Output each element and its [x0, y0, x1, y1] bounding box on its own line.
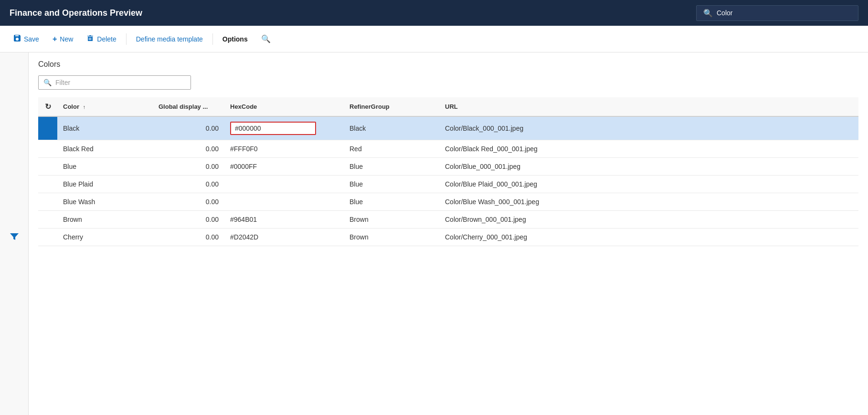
search-icon: 🔍	[703, 9, 713, 18]
url-cell: Color/Blue_000_001.jpeg	[439, 158, 858, 176]
table-row[interactable]: Blue Wash 0.00 Blue Color/Blue Wash_000_…	[38, 193, 858, 211]
global-search[interactable]: 🔍	[696, 5, 858, 21]
global-display-cell: 0.00	[153, 140, 224, 158]
url-cell: Color/Blue Wash_000_001.jpeg	[439, 193, 858, 211]
define-media-template-label: Define media template	[136, 35, 203, 43]
filter-search-icon: 🔍	[43, 79, 52, 86]
toolbar: Save + New Delete Define media template …	[0, 26, 868, 52]
color-cell: Blue Plaid	[57, 176, 153, 193]
save-button[interactable]: Save	[8, 31, 45, 47]
table-header: ↻ Color ↑ Global display ... HexCode Ref…	[38, 97, 858, 116]
global-display-cell: 0.00	[153, 211, 224, 228]
filter-input[interactable]	[55, 79, 186, 86]
color-column-label: Color	[63, 103, 79, 110]
new-button[interactable]: + New	[47, 31, 79, 47]
table-body: Black 0.00 Black Color/Black_000_001.jpe…	[38, 116, 858, 246]
delete-label: Delete	[97, 35, 116, 43]
hexcode-cell: #FFF0F0	[224, 140, 344, 158]
row-selected-indicator	[38, 116, 57, 140]
content-panel: Colors 🔍 ↻ Color ↑ Glo	[29, 52, 868, 415]
color-cell: Brown	[57, 211, 153, 228]
delete-button[interactable]: Delete	[81, 31, 122, 47]
filter-icon	[10, 234, 19, 243]
new-icon: +	[53, 35, 57, 43]
refiner-group-cell: Blue	[344, 193, 439, 211]
main-content: Colors 🔍 ↻ Color ↑ Glo	[0, 52, 868, 415]
filter-toggle-button[interactable]	[8, 60, 21, 415]
row-indicator	[38, 211, 57, 228]
table-row[interactable]: Blue Plaid 0.00 Blue Color/Blue Plaid_00…	[38, 176, 858, 193]
toolbar-divider-1	[126, 33, 127, 45]
url-cell: Color/Blue Plaid_000_001.jpeg	[439, 176, 858, 193]
refresh-column-header[interactable]: ↻	[38, 97, 57, 116]
color-cell: Cherry	[57, 228, 153, 246]
color-column-header[interactable]: Color ↑	[57, 97, 153, 116]
global-display-cell: 0.00	[153, 228, 224, 246]
options-label: Options	[222, 35, 248, 43]
row-indicator	[38, 193, 57, 211]
global-search-input[interactable]	[717, 9, 851, 17]
save-label: Save	[24, 35, 39, 43]
color-cell: Black Red	[57, 140, 153, 158]
url-cell: Color/Black_000_001.jpeg	[439, 116, 858, 140]
color-cell: Blue Wash	[57, 193, 153, 211]
row-indicator	[38, 140, 57, 158]
header-bar: Finance and Operations Preview 🔍	[0, 0, 868, 26]
refiner-group-cell: Brown	[344, 228, 439, 246]
table-row[interactable]: Cherry 0.00 #D2042D Brown Color/Cherry_0…	[38, 228, 858, 246]
table-row[interactable]: Black 0.00 Black Color/Black_000_001.jpe…	[38, 116, 858, 140]
app-title: Finance and Operations Preview	[10, 8, 142, 18]
section-title: Colors	[38, 60, 858, 69]
url-column-label: URL	[445, 103, 458, 110]
hexcode-input[interactable]	[230, 122, 316, 135]
url-cell: Color/Black Red_000_001.jpeg	[439, 140, 858, 158]
table-row[interactable]: Black Red 0.00 #FFF0F0 Red Color/Black R…	[38, 140, 858, 158]
filter-input-wrap: 🔍	[38, 75, 191, 90]
hexcode-cell	[224, 176, 344, 193]
hexcode-column-header[interactable]: HexCode	[224, 97, 344, 116]
color-cell: Blue	[57, 158, 153, 176]
hexcode-column-label: HexCode	[230, 103, 257, 110]
sidebar	[0, 52, 29, 415]
global-display-cell: 0.00	[153, 176, 224, 193]
refiner-group-cell: Brown	[344, 211, 439, 228]
new-label: New	[60, 35, 73, 43]
table-row[interactable]: Blue 0.00 #0000FF Blue Color/Blue_000_00…	[38, 158, 858, 176]
color-cell: Black	[57, 116, 153, 140]
define-media-template-button[interactable]: Define media template	[130, 31, 209, 47]
save-icon	[13, 34, 21, 43]
toolbar-search-button[interactable]: 🔍	[255, 31, 276, 47]
refresh-icon: ↻	[45, 103, 51, 111]
hexcode-cell	[224, 193, 344, 211]
refiner-group-cell: Red	[344, 140, 439, 158]
options-button[interactable]: Options	[217, 31, 254, 47]
row-indicator	[38, 176, 57, 193]
global-display-column-label: Global display ...	[159, 103, 208, 110]
hexcode-cell: #D2042D	[224, 228, 344, 246]
table-header-row: ↻ Color ↑ Global display ... HexCode Ref…	[38, 97, 858, 116]
url-cell: Color/Brown_000_001.jpeg	[439, 211, 858, 228]
refiner-group-cell: Black	[344, 116, 439, 140]
hexcode-cell: #964B01	[224, 211, 344, 228]
row-indicator	[38, 158, 57, 176]
global-display-column-header[interactable]: Global display ...	[153, 97, 224, 116]
hexcode-cell[interactable]	[224, 116, 344, 140]
sort-asc-icon: ↑	[83, 104, 86, 110]
refiner-group-cell: Blue	[344, 158, 439, 176]
filter-container: 🔍	[38, 75, 858, 90]
delete-icon	[86, 34, 94, 43]
table-row[interactable]: Brown 0.00 #964B01 Brown Color/Brown_000…	[38, 211, 858, 228]
url-column-header[interactable]: URL	[439, 97, 858, 116]
data-table: ↻ Color ↑ Global display ... HexCode Ref…	[38, 97, 858, 246]
hexcode-cell: #0000FF	[224, 158, 344, 176]
toolbar-search-icon: 🔍	[261, 34, 271, 43]
global-display-cell: 0.00	[153, 158, 224, 176]
toolbar-divider-2	[212, 33, 213, 45]
url-cell: Color/Cherry_000_001.jpeg	[439, 228, 858, 246]
global-display-cell: 0.00	[153, 193, 224, 211]
global-display-cell: 0.00	[153, 116, 224, 140]
refiner-group-cell: Blue	[344, 176, 439, 193]
refiner-group-column-header[interactable]: RefinerGroup	[344, 97, 439, 116]
row-indicator	[38, 228, 57, 246]
refiner-group-column-label: RefinerGroup	[349, 103, 390, 110]
